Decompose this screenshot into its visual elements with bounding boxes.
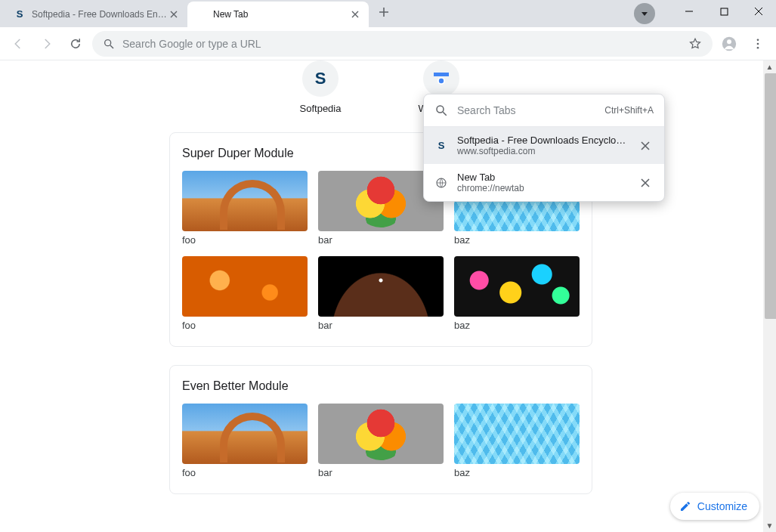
vertical-scrollbar[interactable]: ▲ ▼ [763, 60, 776, 532]
back-button[interactable] [6, 32, 30, 56]
tab-search-input[interactable]: Search Tabs [457, 104, 595, 116]
card-thumb-icon [454, 404, 580, 464]
card-label: foo [182, 320, 308, 331]
card-label: bar [318, 467, 444, 478]
tab-title: Softpedia - Free Downloads Encyc [32, 9, 168, 20]
globe-icon [434, 176, 448, 190]
tab-title: New Tab [213, 9, 349, 20]
module-card-grid: foo bar baz [182, 404, 580, 478]
card-label: bar [318, 234, 444, 246]
tab-strip: S Softpedia - Free Downloads Encyc New T… [0, 2, 394, 27]
card-label: baz [454, 234, 580, 246]
svg-point-10 [439, 79, 444, 83]
softpedia-tile-icon: S [302, 60, 339, 97]
tab-search-close-button[interactable] [637, 175, 654, 191]
customize-label: Customize [697, 500, 747, 512]
svg-point-7 [757, 46, 759, 48]
tab-search-popup: Search Tabs Ctrl+Shift+A S Softpedia - F… [423, 94, 665, 202]
search-icon [103, 38, 115, 50]
search-icon [434, 104, 448, 117]
kebab-menu-button[interactable] [746, 32, 770, 56]
tab-softpedia[interactable]: S Softpedia - Free Downloads Encyc [6, 2, 187, 27]
card-label: foo [182, 467, 308, 478]
svg-text:S: S [438, 140, 445, 151]
svg-text:S: S [17, 8, 23, 20]
module-card[interactable]: bar [318, 404, 444, 478]
webstore-tile-icon [423, 60, 459, 97]
new-tab-button[interactable] [373, 2, 394, 23]
window-minimize-button[interactable] [672, 0, 706, 23]
softpedia-favicon-icon: S [434, 139, 448, 153]
customize-button[interactable]: Customize [670, 493, 759, 520]
tab-search-button[interactable] [634, 3, 655, 24]
tab-close-button[interactable] [349, 8, 361, 20]
omnibox[interactable]: Search Google or type a URL [92, 31, 713, 57]
tab-search-item-title: Softpedia - Free Downloads Encyclop… [457, 135, 628, 146]
toolbar: Search Google or type a URL [0, 27, 776, 60]
svg-rect-1 [721, 8, 728, 15]
module-card[interactable]: foo [182, 404, 308, 478]
tab-search-close-button[interactable] [637, 138, 654, 154]
page-viewport: S Softpedia Web Store Super Duper Module… [0, 60, 776, 532]
card-label: foo [182, 234, 308, 246]
module-card[interactable]: baz [454, 404, 580, 478]
tab-search-item-url: www.softpedia.com [457, 146, 628, 156]
bookmark-star-icon[interactable] [688, 37, 702, 51]
svg-point-11 [437, 106, 444, 113]
titlebar: S Softpedia - Free Downloads Encyc New T… [0, 0, 776, 27]
scroll-thumb[interactable] [765, 73, 776, 319]
svg-point-4 [727, 39, 731, 44]
card-label: baz [454, 467, 580, 478]
profile-button[interactable] [717, 32, 741, 56]
ntp-shortcut-softpedia[interactable]: S Softpedia [278, 60, 363, 114]
card-label: baz [454, 320, 580, 331]
tab-search-item-url: chrome://newtab [457, 183, 628, 193]
card-thumb-icon [182, 404, 308, 464]
scroll-up-button[interactable]: ▲ [763, 60, 776, 73]
pencil-icon [679, 500, 691, 512]
tab-search-item-title: New Tab [457, 172, 628, 183]
module-card[interactable]: foo [182, 256, 308, 331]
reload-button[interactable] [63, 32, 88, 56]
svg-rect-8 [434, 73, 449, 76]
ntp-shortcut-label: Softpedia [300, 103, 342, 114]
svg-point-5 [757, 39, 759, 41]
card-thumb-icon [182, 256, 308, 317]
tab-search-shortcut-hint: Ctrl+Shift+A [604, 105, 654, 116]
forward-button[interactable] [35, 32, 59, 56]
tab-search-item[interactable]: New Tab chrome://newtab [424, 164, 664, 201]
softpedia-favicon-icon: S [14, 8, 26, 20]
module-card[interactable]: bar [318, 256, 444, 331]
tab-search-item-text: Softpedia - Free Downloads Encyclop… www… [457, 135, 628, 156]
card-thumb-icon [318, 256, 444, 317]
scroll-track[interactable] [763, 73, 776, 519]
svg-point-2 [105, 39, 111, 45]
window-close-button[interactable] [741, 0, 776, 23]
blank-favicon-icon [195, 8, 207, 20]
card-thumb-icon [454, 256, 580, 317]
module-card[interactable]: foo [182, 171, 308, 246]
module-title: Even Better Module [182, 379, 580, 393]
omnibox-placeholder: Search Google or type a URL [122, 38, 261, 50]
tab-search-item-text: New Tab chrome://newtab [457, 172, 628, 193]
window-maximize-button[interactable] [706, 0, 741, 23]
tab-search-item[interactable]: S Softpedia - Free Downloads Encyclop… w… [424, 127, 664, 164]
tab-search-header: Search Tabs Ctrl+Shift+A [424, 94, 664, 127]
tab-newtab[interactable]: New Tab [187, 2, 369, 27]
window-controls [672, 0, 776, 23]
card-thumb-icon [318, 404, 444, 464]
ntp-module: Even Better Module foo bar baz [169, 365, 592, 494]
module-card[interactable]: baz [454, 256, 580, 331]
scroll-down-button[interactable]: ▼ [763, 519, 776, 532]
tab-close-button[interactable] [168, 8, 180, 20]
card-label: bar [318, 320, 444, 331]
card-thumb-icon [182, 171, 308, 231]
svg-point-6 [757, 42, 759, 45]
